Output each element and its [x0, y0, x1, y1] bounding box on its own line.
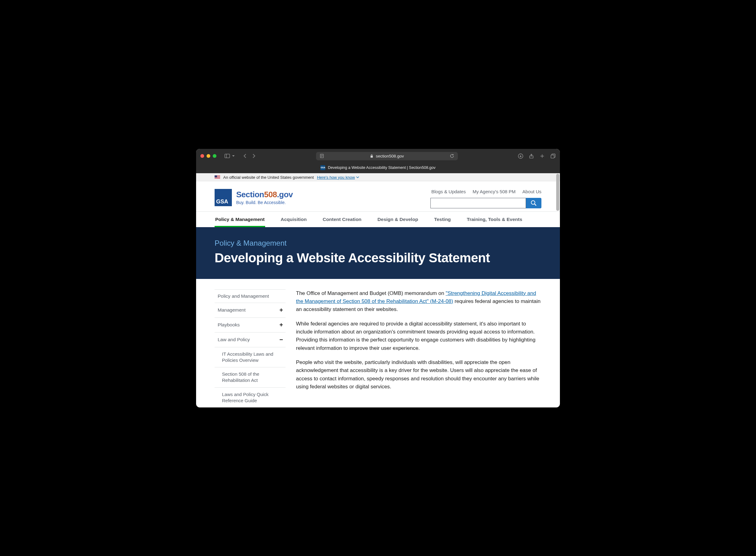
browser-window: section508.gov GSA Developing a Website … [196, 149, 560, 408]
new-tab-button[interactable] [540, 153, 545, 159]
top-nav: Blogs & Updates My Agency's 508 PM About… [431, 189, 541, 194]
nav-design-develop[interactable]: Design & Develop [377, 212, 419, 227]
forward-button[interactable] [251, 154, 256, 158]
sidebar-icon [225, 154, 230, 158]
address-bar-wrap: section508.gov [261, 152, 513, 160]
minus-icon: − [279, 336, 283, 343]
site-title-part3: .gov [277, 190, 293, 199]
tabs-button[interactable] [550, 153, 556, 159]
gov-banner-link-text: Here's how you know [317, 175, 355, 180]
nav-testing[interactable]: Testing [434, 212, 451, 227]
sidebar-item-label: Law and Policy [218, 337, 250, 342]
lock-icon [370, 154, 373, 158]
svg-rect-17 [215, 178, 220, 178]
search-icon [530, 200, 537, 206]
site-title-part2: 508 [264, 190, 277, 199]
nav-content-creation[interactable]: Content Creation [322, 212, 362, 227]
logo-area[interactable]: GSA Section508.gov Buy. Build. Be Access… [215, 189, 293, 206]
plus-icon: + [279, 321, 283, 328]
reader-icon [320, 154, 324, 158]
hero-banner: Policy & Management Developing a Website… [196, 227, 560, 279]
top-nav-about[interactable]: About Us [522, 189, 541, 194]
hero-eyebrow: Policy & Management [215, 239, 541, 247]
share-button[interactable] [529, 153, 534, 159]
main-nav: Policy & Management Acquisition Content … [196, 211, 560, 227]
svg-line-21 [535, 204, 536, 206]
sidebar-item-law-policy[interactable]: Law and Policy − [215, 332, 285, 347]
site-tagline: Buy. Build. Be Accessible. [236, 200, 293, 205]
sidebar-item-label: Policy and Management [218, 293, 269, 299]
browser-toolbar: section508.gov [196, 149, 560, 163]
tab-bar: GSA Developing a Website Accessibility S… [196, 163, 560, 173]
back-button[interactable] [243, 154, 247, 158]
traffic-lights [200, 154, 216, 158]
nav-policy-management[interactable]: Policy & Management [215, 212, 265, 227]
paragraph-3: People who visit the website, particular… [296, 358, 541, 391]
nav-acquisition[interactable]: Acquisition [280, 212, 307, 227]
minimize-window-button[interactable] [207, 154, 210, 158]
favicon: GSA [320, 165, 325, 170]
search-wrap [431, 198, 541, 208]
gov-banner-text: An official website of the United States… [223, 175, 314, 180]
gsa-logo: GSA [215, 189, 232, 206]
gov-banner-link[interactable]: Here's how you know [317, 175, 359, 180]
scrollbar[interactable] [556, 174, 559, 211]
site-header: GSA Section508.gov Buy. Build. Be Access… [196, 181, 560, 211]
page-title: Developing a Website Accessibility State… [215, 250, 541, 265]
gov-banner: An official website of the United States… [196, 173, 560, 181]
chevron-down-icon [356, 176, 359, 179]
svg-rect-16 [215, 177, 220, 178]
nav-training-tools[interactable]: Training, Tools & Events [466, 212, 523, 227]
svg-rect-18 [215, 179, 220, 179]
site-title: Section508.gov [236, 190, 293, 199]
content-wrap: Policy and Management Management + Playb… [196, 279, 560, 408]
plus-icon: + [279, 307, 283, 314]
paragraph-1: The Office of Management and Budget (OMB… [296, 289, 541, 314]
sidebar-sub-it-laws[interactable]: IT Accessibility Laws and Policies Overv… [215, 347, 285, 368]
sidebar-item-label: Playbooks [218, 322, 240, 327]
url-text: section508.gov [376, 154, 404, 159]
svg-rect-0 [225, 154, 230, 158]
svg-rect-19 [215, 175, 217, 177]
main-content: The Office of Management and Budget (OMB… [296, 289, 541, 408]
tab-title: Developing a Website Accessibility State… [328, 166, 435, 170]
sidebar-item-management[interactable]: Management + [215, 303, 285, 317]
sidebar-sub-quick-ref[interactable]: Laws and Policy Quick Reference Guide [215, 387, 285, 408]
downloads-button[interactable] [518, 153, 523, 159]
reload-button[interactable] [450, 154, 454, 158]
address-bar[interactable]: section508.gov [316, 152, 458, 160]
top-nav-agency[interactable]: My Agency's 508 PM [473, 189, 516, 194]
page-content[interactable]: An official website of the United States… [196, 173, 560, 408]
sidebar-sub-section508[interactable]: Section 508 of the Rehabilitation Act [215, 367, 285, 387]
header-right: Blogs & Updates My Agency's 508 PM About… [431, 189, 541, 208]
svg-rect-6 [371, 155, 373, 158]
browser-chrome: section508.gov GSA Developing a Website … [196, 149, 560, 173]
sidebar-item-playbooks[interactable]: Playbooks + [215, 317, 285, 332]
chevron-down-icon [232, 154, 235, 158]
maximize-window-button[interactable] [213, 154, 216, 158]
us-flag-icon [215, 175, 220, 179]
p1-text-a: The Office of Management and Budget (OMB… [296, 290, 446, 296]
nav-arrows [243, 154, 256, 158]
sidebar-toggle-button[interactable] [225, 154, 235, 158]
sidebar-item-policy-mgmt[interactable]: Policy and Management [215, 289, 285, 303]
top-nav-blogs[interactable]: Blogs & Updates [431, 189, 466, 194]
site-name: Section508.gov Buy. Build. Be Accessible… [236, 190, 293, 205]
paragraph-2: While federal agencies are required to p… [296, 320, 541, 352]
toolbar-right [518, 153, 556, 159]
svg-rect-11 [551, 155, 554, 158]
search-button[interactable] [526, 198, 541, 208]
svg-point-20 [531, 201, 535, 204]
sidebar-item-label: Management [218, 307, 245, 313]
site-title-part1: Section [236, 190, 264, 199]
address-center: section508.gov [327, 154, 447, 159]
sidebar: Policy and Management Management + Playb… [215, 289, 285, 408]
search-input[interactable] [431, 198, 526, 208]
close-window-button[interactable] [200, 154, 204, 158]
